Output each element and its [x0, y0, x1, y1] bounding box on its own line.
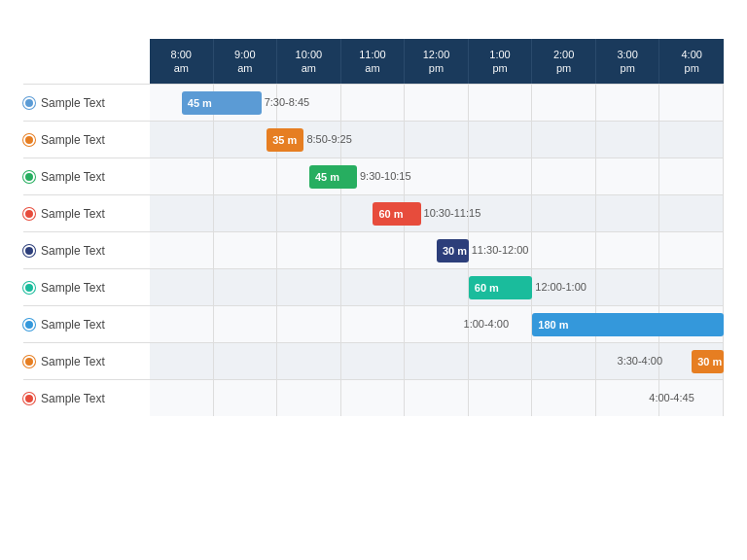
grid-cell-3-7 — [596, 195, 660, 231]
grid-cell-7-8 — [659, 343, 724, 379]
grid-cell-8-5 — [469, 380, 533, 416]
grid-cell-2-1 — [214, 158, 278, 194]
row-label-0: Sample Text — [23, 84, 150, 121]
grid-cell-8-6 — [532, 380, 596, 416]
date-label — [23, 39, 150, 84]
grid-cell-6-3 — [341, 306, 406, 342]
header-cell-6: 2:00pm — [532, 39, 596, 84]
row-label-text-8: Sample Text — [41, 392, 105, 405]
grid-cell-1-5 — [469, 122, 533, 158]
header-cell-4: 12:00pm — [405, 39, 469, 84]
dot-6 — [23, 319, 35, 331]
grid-cell-2-2 — [277, 158, 341, 194]
grid-cell-0-4 — [405, 85, 469, 121]
grid-cell-6-1 — [214, 306, 278, 342]
dot-2 — [23, 171, 35, 183]
grid-cell-1-4 — [405, 122, 469, 158]
header-cell-5: 1:00pm — [469, 39, 533, 84]
grid-cell-5-8 — [659, 269, 724, 305]
grid-cell-7-1 — [214, 343, 278, 379]
grid-cell-2-5 — [469, 158, 533, 194]
grid-cell-6-2 — [277, 306, 341, 342]
grid-cell-3-5 — [469, 195, 533, 231]
grid-cell-5-3 — [341, 269, 406, 305]
row-label-text-1: Sample Text — [41, 133, 105, 147]
grid-cell-4-2 — [277, 232, 341, 268]
grid-cell-5-0 — [150, 269, 214, 305]
data-row-7: 30 m3:30-4:00 — [150, 342, 724, 379]
grid-cell-3-2 — [277, 195, 341, 231]
grid-cell-7-2 — [277, 343, 341, 379]
data-row-6: 180 m1:00-4:00 — [150, 305, 724, 342]
grid-cell-3-1 — [214, 195, 278, 231]
grid-cell-7-0 — [150, 343, 214, 379]
grid-cell-8-4 — [405, 380, 469, 416]
left-panel: Sample TextSample TextSample TextSample … — [23, 39, 150, 416]
grid-cell-0-8 — [659, 85, 724, 121]
grid-cell-6-0 — [150, 306, 214, 342]
data-row-8: 45 m4:00-4:45 — [150, 379, 724, 416]
grid-cell-5-7 — [596, 269, 660, 305]
row-label-1: Sample Text — [23, 121, 150, 158]
grid-cell-7-3 — [341, 343, 406, 379]
grid-cell-7-4 — [405, 343, 469, 379]
grid-cell-0-2 — [277, 85, 341, 121]
row-label-text-2: Sample Text — [41, 170, 105, 184]
grid-cell-3-4 — [405, 195, 469, 231]
grid-cell-0-1 — [214, 85, 278, 121]
grid-cell-2-8 — [659, 158, 724, 194]
dot-0 — [23, 97, 35, 109]
data-row-4: 30 m11:30-12:00 — [150, 231, 724, 268]
grid-cell-8-8 — [659, 380, 724, 416]
grid-cell-0-5 — [469, 85, 533, 121]
grid-cell-6-7 — [596, 306, 660, 342]
grid-cell-6-8 — [659, 306, 724, 342]
row-label-text-0: Sample Text — [41, 96, 105, 110]
grid-cell-6-4 — [405, 306, 469, 342]
grid-cell-2-7 — [596, 158, 660, 194]
row-label-text-6: Sample Text — [41, 318, 105, 332]
grid-cell-5-5 — [469, 269, 533, 305]
grid-cell-3-0 — [150, 195, 214, 231]
grid-cell-3-3 — [341, 195, 406, 231]
grid-cell-1-7 — [596, 122, 660, 158]
grid-cell-2-3 — [341, 158, 406, 194]
grid-cell-4-0 — [150, 232, 214, 268]
grid-cell-5-4 — [405, 269, 469, 305]
grid-cell-4-1 — [214, 232, 278, 268]
grid-cell-5-6 — [532, 269, 596, 305]
grid-cell-4-5 — [469, 232, 533, 268]
grid-section: 8:00am9:00am10:00am11:00am12:00pm1:00pm2… — [150, 39, 724, 416]
grid-cell-2-0 — [150, 158, 214, 194]
dot-7 — [23, 356, 35, 368]
header-cell-8: 4:00pm — [659, 39, 724, 84]
grid-cell-3-6 — [532, 195, 596, 231]
grid-cell-8-0 — [150, 380, 214, 416]
grid-cell-4-7 — [596, 232, 660, 268]
grid-cell-4-4 — [405, 232, 469, 268]
grid-cell-8-1 — [214, 380, 278, 416]
header-cell-2: 10:00am — [277, 39, 341, 84]
grid-cell-2-6 — [532, 158, 596, 194]
grid-cell-1-1 — [214, 122, 278, 158]
grid-cell-4-8 — [659, 232, 724, 268]
dot-3 — [23, 208, 35, 220]
grid-cell-0-0 — [150, 85, 214, 121]
data-row-1: 35 m8:50-9:25 — [150, 121, 724, 158]
data-row-2: 45 m9:30-10:15 — [150, 158, 724, 194]
grid-cell-2-4 — [405, 158, 469, 194]
row-label-5: Sample Text — [23, 268, 150, 305]
row-label-3: Sample Text — [23, 194, 150, 231]
data-rows: 45 m7:30-8:4535 m8:50-9:2545 m9:30-10:15… — [150, 84, 724, 416]
data-row-5: 60 m12:00-1:00 — [150, 268, 724, 305]
grid-cell-1-0 — [150, 122, 214, 158]
grid-cell-4-3 — [341, 232, 406, 268]
grid-cell-3-8 — [659, 195, 724, 231]
grid-cell-6-5 — [469, 306, 533, 342]
grid-cell-1-2 — [277, 122, 341, 158]
grid-cell-6-6 — [532, 306, 596, 342]
grid-cell-1-6 — [532, 122, 596, 158]
dot-8 — [23, 393, 35, 404]
row-label-2: Sample Text — [23, 158, 150, 194]
grid-cell-0-6 — [532, 85, 596, 121]
